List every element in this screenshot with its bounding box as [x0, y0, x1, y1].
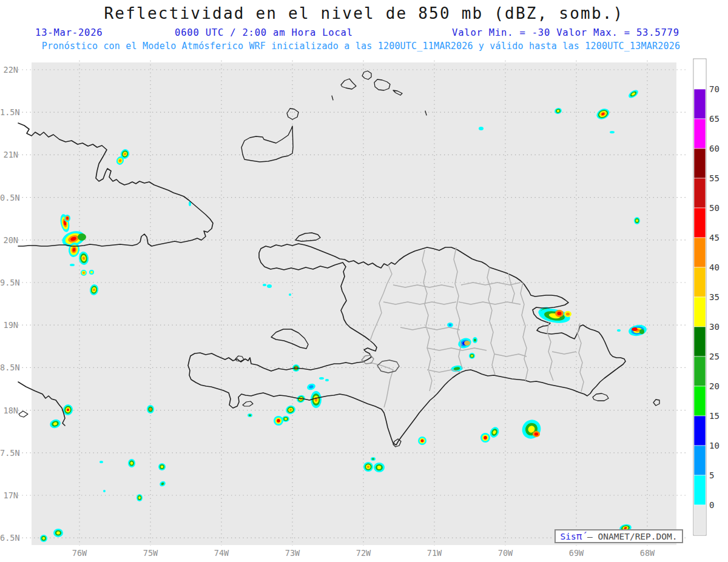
radar-cell	[78, 233, 86, 241]
colorbar-tick-label: 15	[709, 411, 720, 421]
lon-tick-label: 75W	[135, 548, 166, 558]
radar-cell	[473, 337, 477, 343]
radar-cell-layer	[99, 461, 103, 463]
radar-cell-layer	[636, 219, 638, 222]
radar-cell-layer	[557, 312, 561, 315]
radar-cell-layer	[471, 355, 473, 357]
colorbar-tick-label: 40	[709, 263, 720, 272]
lat-tick-label: 17N	[0, 490, 18, 500]
pi-symbol: π́	[576, 530, 582, 542]
model-run-label: Pronóstico con el Modelo Atmósferico WRF…	[0, 41, 722, 52]
lat-tick-label: 18N	[0, 406, 18, 415]
lon-tick-label: 72W	[348, 548, 379, 558]
colorbar-segment	[694, 446, 706, 475]
colorbar-tick-label: 20	[709, 381, 720, 391]
colorbar-tick-label: 65	[709, 114, 720, 124]
radar-cell-layer	[285, 418, 287, 420]
colorbar-segment	[694, 89, 706, 119]
radar-cell-layer	[263, 284, 266, 286]
radar-cell-layer	[83, 272, 85, 274]
colorbar-tick-label: 5	[709, 470, 714, 480]
radar-cell-layer	[639, 329, 644, 334]
radar-cell	[464, 341, 470, 346]
colorbar-segment	[694, 356, 706, 386]
radar-cell	[70, 264, 75, 266]
colorbar-tick-label: 35	[709, 292, 720, 302]
radar-cell-layer	[484, 436, 487, 440]
colorbar-tick-label: 60	[709, 144, 720, 153]
radar-cell-layer	[277, 419, 280, 423]
radar-cell	[610, 131, 615, 133]
radar-cell	[128, 459, 135, 467]
radar-cell	[274, 416, 283, 426]
lat-tick-label: 0.5N	[0, 193, 18, 202]
radar-cell	[282, 416, 289, 422]
radar-cell	[632, 327, 638, 331]
radar-cell-layer	[56, 531, 60, 534]
minmax-values-label: Valor Min. = -30 Valor Max. = 53.5779	[452, 27, 679, 38]
colorbar-segment	[694, 178, 706, 208]
valid-time-label: 0600 UTC / 2:00 am Hora Local	[175, 27, 353, 38]
radar-cell	[53, 529, 63, 537]
radar-cell	[64, 215, 70, 222]
colorbar-segment	[694, 267, 706, 297]
radar-cell-layer	[479, 127, 484, 130]
radar-cell-layer	[534, 432, 538, 435]
radar-cell	[363, 462, 373, 472]
model-domain-rect	[32, 62, 676, 545]
radar-cell-layer	[566, 312, 570, 315]
colorbar-tick-label: 70	[709, 84, 720, 94]
radar-cell	[325, 379, 329, 381]
colorbar-segment	[694, 119, 706, 149]
model-domain-fill	[32, 62, 676, 545]
radar-cell-layer	[267, 284, 272, 288]
lat-tick-label: 1.5N	[0, 107, 18, 117]
lon-tick-label: 76W	[64, 548, 95, 558]
lat-tick-label: 7.5N	[0, 448, 18, 458]
radar-cell-layer	[617, 329, 621, 332]
colorbar-segment	[694, 238, 706, 267]
colorbar-segment	[694, 416, 706, 446]
radar-cell	[634, 217, 640, 224]
colorbar-tick-label: 10	[709, 441, 720, 450]
radar-cell	[81, 270, 87, 276]
radar-cell-layer	[138, 497, 141, 499]
radar-cell-layer	[70, 264, 75, 266]
radar-cell-layer	[90, 271, 93, 273]
colorbar	[693, 59, 706, 535]
radar-cell	[158, 463, 166, 470]
radar-cell	[40, 535, 47, 542]
radar-cell	[564, 311, 571, 317]
lat-tick-label: 6.5N	[0, 533, 18, 543]
radar-cell	[89, 270, 94, 275]
radar-cell-layer	[632, 327, 638, 331]
colorbar-segment	[694, 208, 706, 238]
radar-cell-layer	[161, 466, 163, 468]
lat-tick-label: 8.5N	[0, 363, 18, 372]
radar-cell-layer	[474, 338, 476, 341]
radar-cell-layer	[377, 466, 381, 469]
radar-cell	[103, 490, 106, 492]
colorbar-segment	[694, 475, 706, 505]
radar-cell-layer	[372, 458, 374, 460]
radar-cell	[469, 353, 475, 359]
colorbar-tick-label: 45	[709, 233, 720, 243]
radar-cell	[319, 377, 324, 380]
radar-cell-layer	[249, 414, 251, 416]
radar-cell	[418, 437, 426, 445]
radar-cell	[263, 284, 266, 286]
colorbar-tick-label: 25	[709, 352, 720, 361]
credit-box: Sisπ́ – ONAMET/REP.DOM.	[554, 529, 683, 543]
radar-cell-layer	[319, 377, 324, 380]
valid-date-label: 13-Mar-2026	[35, 27, 103, 38]
reflectivity-map-page: Reflectividad en el nivel de 850 mb (dBZ…	[0, 0, 728, 562]
credit-onamet-text: – ONAMET/REP.DOM.	[582, 532, 677, 541]
colorbar-tick-label: 50	[709, 203, 720, 213]
colorbar-segment	[694, 386, 706, 416]
radar-cell	[447, 323, 453, 327]
lon-tick-label: 71W	[419, 548, 450, 558]
radar-cell	[136, 494, 143, 501]
lat-tick-label: 19N	[0, 320, 18, 330]
radar-cell-layer	[289, 293, 291, 296]
lat-tick-label: 22N	[0, 65, 18, 75]
